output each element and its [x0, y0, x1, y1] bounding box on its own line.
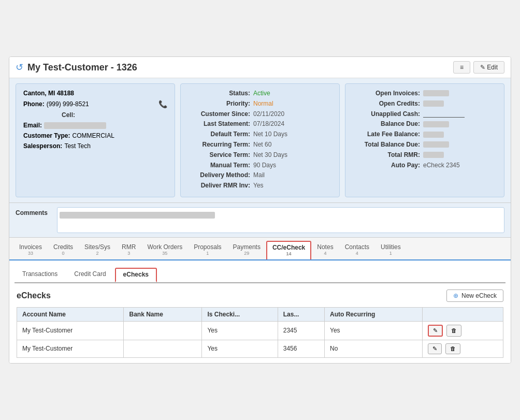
- delivery-method-value: Mail: [253, 171, 265, 180]
- auto-pay-value: eCheck 2345: [423, 161, 460, 170]
- balance-due-value: [423, 121, 449, 127]
- cell-bank-name: [124, 321, 202, 340]
- tab-utilities[interactable]: Utilities 1: [375, 241, 407, 259]
- delete-button-row2[interactable]: 🗑: [445, 343, 460, 354]
- phone-icon[interactable]: 📞: [158, 99, 167, 110]
- list-button[interactable]: ≡: [453, 61, 470, 74]
- tab-contacts[interactable]: Contacts 4: [339, 241, 375, 259]
- edit-button[interactable]: ✎ Edit: [473, 61, 504, 74]
- plus-icon: ⊕: [453, 292, 458, 299]
- action-buttons: ✎ 🗑: [428, 325, 498, 337]
- late-fee-value: [423, 132, 444, 138]
- tab-work-orders[interactable]: Work Orders 35: [141, 241, 188, 259]
- late-fee-row: Late Fee Balance:: [353, 130, 497, 139]
- open-invoices-label: Open Invoices:: [353, 89, 420, 98]
- cell-row: Cell:: [23, 111, 167, 120]
- col-account-name: Account Name: [17, 307, 124, 321]
- table-header-row: Account Name Bank Name Is Checki... Las.…: [17, 307, 503, 321]
- comments-value: [60, 212, 215, 219]
- delivery-method-label: Delivery Method:: [188, 171, 250, 180]
- priority-label: Priority:: [188, 99, 250, 108]
- cell-last: 3456: [278, 340, 324, 357]
- title-area: ↺ My Test-Customer - 1326: [16, 62, 137, 73]
- action-buttons: ✎ 🗑: [428, 343, 498, 354]
- comments-box[interactable]: [57, 207, 504, 233]
- tab-cc-echeck[interactable]: CC/eCheck 14: [266, 241, 311, 259]
- manual-term-row: Manual Term: 90 Days: [188, 161, 332, 170]
- financial-panel: Open Invoices: Open Credits: Unapplied C…: [345, 83, 504, 197]
- tab-payments[interactable]: Payments 29: [227, 241, 266, 259]
- open-invoices-value: [423, 90, 449, 96]
- open-credits-value: [423, 100, 444, 107]
- default-term-value: Net 10 Days: [253, 130, 287, 139]
- main-container: ↺ My Test-Customer - 1326 ≡ ✎ Edit Canto…: [9, 56, 511, 364]
- deliver-rmr-row: Deliver RMR Inv: Yes: [188, 181, 332, 190]
- phone-value: (999) 999-8521: [47, 100, 89, 109]
- salesperson-row: Salesperson: Test Tech: [23, 142, 167, 151]
- status-value: Active: [253, 89, 270, 98]
- open-credits-label: Open Credits:: [353, 99, 420, 108]
- cell-auto-recurring: No: [325, 340, 423, 357]
- last-statement-value: 07/18/2024: [253, 120, 284, 128]
- tab-credits[interactable]: Credits 0: [48, 241, 79, 259]
- cell-bank-name: [124, 340, 202, 357]
- col-last: Las...: [278, 307, 324, 321]
- table-row: My Test-Customer Yes 2345 Yes ✎ 🗑: [17, 321, 503, 340]
- col-actions: [423, 307, 503, 321]
- cell-account-name: My Test-Customer: [17, 340, 124, 357]
- tab-sites-sys[interactable]: Sites/Sys 2: [79, 241, 116, 259]
- tab-notes[interactable]: Notes 4: [311, 241, 339, 259]
- header-buttons: ≡ ✎ Edit: [453, 61, 504, 74]
- cell-is-checking: Yes: [202, 340, 278, 357]
- tab-invoices[interactable]: Invoices 33: [13, 241, 48, 259]
- total-rmr-value: [423, 152, 444, 158]
- col-bank-name: Bank Name: [124, 307, 202, 321]
- phone-row: Phone: (999) 999-8521 📞: [23, 99, 167, 110]
- total-balance-row: Total Balance Due:: [353, 140, 497, 149]
- delete-button-row1[interactable]: 🗑: [446, 325, 461, 337]
- sub-tab-echecks[interactable]: eChecks: [115, 268, 157, 282]
- open-invoices-row: Open Invoices:: [353, 89, 497, 98]
- table-row: My Test-Customer Yes 3456 No ✎ 🗑: [17, 340, 503, 357]
- deliver-rmr-label: Deliver RMR Inv:: [188, 181, 250, 190]
- content-area: Transactions Credit Card eChecks eChecks…: [9, 260, 511, 363]
- customer-type-value: COMMERCIAL: [72, 132, 114, 140]
- unapplied-cash-label: Unapplied Cash:: [353, 110, 420, 119]
- customer-since-row: Customer Since: 02/11/2020: [188, 110, 332, 119]
- customer-type-label: Customer Type:: [23, 132, 70, 140]
- salesperson-value: Test Tech: [64, 142, 90, 151]
- auto-pay-label: Auto Pay:: [353, 161, 420, 170]
- echecks-table: Account Name Bank Name Is Checki... Las.…: [17, 307, 503, 358]
- total-balance-value: [423, 141, 449, 148]
- cell-last: 2345: [278, 321, 324, 340]
- new-echeck-button[interactable]: ⊕ New eCheck: [446, 289, 503, 302]
- unapplied-cash-value: [423, 110, 465, 118]
- manual-term-value: 90 Days: [253, 161, 276, 170]
- status-row: Status: Active: [188, 89, 332, 98]
- sub-tab-credit-card[interactable]: Credit Card: [66, 268, 113, 282]
- tab-bar: Invoices 33 Credits 0 Sites/Sys 2 RMR 3 …: [9, 238, 511, 260]
- salesperson-label: Salesperson:: [23, 142, 62, 151]
- cell-label: Cell:: [23, 111, 75, 120]
- sub-tab-transactions[interactable]: Transactions: [15, 268, 65, 282]
- email-value: [44, 122, 106, 129]
- total-rmr-row: Total RMR:: [353, 151, 497, 160]
- tab-proposals[interactable]: Proposals 1: [188, 241, 227, 259]
- edit-button-row1[interactable]: ✎: [428, 325, 443, 337]
- balance-due-row: Balance Due:: [353, 120, 497, 128]
- address-value: Canton, MI 48188: [23, 89, 74, 98]
- balance-due-label: Balance Due:: [353, 120, 420, 128]
- status-panel: Status: Active Priority: Normal Customer…: [180, 83, 340, 197]
- sub-tab-bar: Transactions Credit Card eChecks: [15, 266, 505, 283]
- tab-rmr[interactable]: RMR 3: [116, 241, 141, 259]
- echecks-section: eChecks ⊕ New eCheck Account Name Bank N…: [15, 289, 505, 358]
- priority-value: Normal: [253, 99, 273, 108]
- last-statement-label: Last Statement:: [188, 120, 250, 128]
- edit-button-row2[interactable]: ✎: [428, 343, 442, 354]
- refresh-icon[interactable]: ↺: [16, 62, 23, 73]
- recurring-term-label: Recurring Term:: [188, 140, 250, 149]
- manual-term-label: Manual Term:: [188, 161, 250, 170]
- open-credits-row: Open Credits:: [353, 99, 497, 108]
- service-term-label: Service Term:: [188, 151, 250, 160]
- customer-type-row: Customer Type: COMMERCIAL: [23, 132, 167, 140]
